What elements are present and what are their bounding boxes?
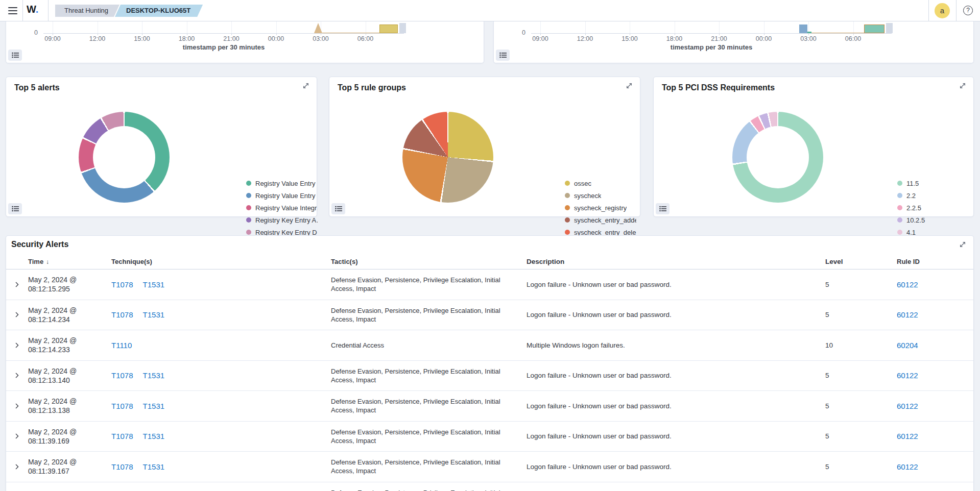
- donut-hole: [747, 126, 809, 188]
- pie-chart[interactable]: [402, 112, 493, 203]
- level-cell: 5: [821, 269, 889, 300]
- rule-id-cell: 60122: [889, 422, 973, 452]
- histogram-bar[interactable]: [807, 32, 811, 33]
- description-cell: Logon failure - Unknown user or bad pass…: [522, 269, 821, 300]
- timestamp-date: May 2, 2024 @: [28, 275, 77, 284]
- technique-link[interactable]: T1531: [143, 371, 165, 380]
- technique-link[interactable]: T1078: [111, 432, 133, 440]
- rule-id-link[interactable]: 60122: [897, 310, 918, 319]
- level-value: 5: [825, 432, 829, 440]
- rule-id-link[interactable]: 60122: [897, 280, 918, 289]
- level-cell: 5: [821, 391, 889, 421]
- legend-color-dot: [565, 217, 570, 223]
- legend-item[interactable]: Registry Key Entry A…: [246, 214, 318, 226]
- legend-list-icon[interactable]: [496, 50, 510, 61]
- expand-icon[interactable]: [302, 82, 310, 90]
- row-expand-chevron-icon[interactable]: [13, 432, 22, 441]
- rule-id-link[interactable]: 60122: [897, 432, 918, 440]
- technique-link[interactable]: T1078: [111, 280, 133, 289]
- technique-link[interactable]: T1078: [111, 371, 133, 380]
- rule-id-cell: 60122: [889, 391, 973, 421]
- row-expand-chevron-icon[interactable]: [13, 401, 22, 410]
- menu-hamburger-icon[interactable]: [6, 5, 19, 17]
- histogram-bar[interactable]: [314, 23, 322, 33]
- help-icon[interactable]: ?: [963, 6, 973, 15]
- histogram-bar[interactable]: [886, 23, 893, 33]
- x-axis-line: [531, 33, 892, 34]
- legend-item[interactable]: syscheck_registry: [565, 202, 636, 214]
- donut-chart[interactable]: [79, 112, 170, 203]
- x-axis-tick-label: 12:00: [570, 35, 601, 42]
- table-row: May 2, 2024 @Defense Evasion, Persistenc…: [6, 482, 973, 491]
- histogram-bar[interactable]: [864, 24, 885, 33]
- expand-icon[interactable]: [959, 82, 967, 90]
- expand-icon[interactable]: [959, 241, 967, 249]
- row-expand-chevron-icon[interactable]: [13, 340, 22, 350]
- breadcrumb-threat-hunting[interactable]: Threat Hunting: [55, 5, 119, 17]
- row-expand-chevron-icon[interactable]: [13, 280, 22, 289]
- legend-list-icon[interactable]: [8, 50, 22, 61]
- legend-label: Registry Key Entry A…: [255, 216, 318, 224]
- expand-cell: [6, 482, 28, 491]
- legend-item[interactable]: 10.2.5: [897, 214, 925, 226]
- histogram-bar[interactable]: [399, 23, 406, 33]
- rule-id-link[interactable]: 60204: [897, 341, 918, 350]
- top-5-alerts-panel: Top 5 alertsRegistry Value Entry …Regist…: [6, 77, 317, 217]
- wazuh-logo[interactable]: W.: [27, 4, 38, 15]
- legend-color-dot: [246, 205, 251, 210]
- x-axis-line: [43, 33, 404, 34]
- rule-id-link[interactable]: 60122: [897, 371, 918, 380]
- technique-link[interactable]: T1531: [143, 402, 165, 410]
- technique-link[interactable]: T1531: [143, 432, 165, 440]
- timestamp: May 2, 2024 @08:12:14.234: [28, 306, 77, 324]
- header-time[interactable]: Time↓: [28, 254, 108, 269]
- legend-color-dot: [897, 230, 902, 235]
- row-expand-chevron-icon[interactable]: [13, 462, 22, 471]
- histogram-bar[interactable]: [799, 24, 807, 33]
- timestamp-date: May 2, 2024 @: [28, 366, 77, 376]
- legend-item[interactable]: 2.2: [897, 189, 925, 202]
- technique-link[interactable]: T1110: [111, 341, 132, 350]
- x-axis-title: timestamp per 30 minutes: [147, 43, 300, 51]
- panel-title: Top 5 rule groups: [338, 83, 406, 92]
- legend-item[interactable]: 11.5: [897, 177, 925, 189]
- row-expand-chevron-icon[interactable]: [13, 371, 22, 380]
- rule-id-link[interactable]: 60122: [897, 462, 918, 471]
- row-expand-chevron-icon[interactable]: [13, 310, 22, 320]
- breadcrumb-agent-desktop-kluo65t[interactable]: DESKTOP-KLUO65T: [115, 5, 203, 17]
- legend-item[interactable]: syscheck_entry_added: [565, 214, 636, 226]
- legend-list-icon[interactable]: [331, 203, 345, 214]
- chart-gridline: [630, 21, 630, 33]
- legend-list-icon[interactable]: [656, 203, 670, 214]
- expand-icon[interactable]: [626, 82, 634, 90]
- description-cell: Logon failure - Unknown user or bad pass…: [522, 300, 821, 330]
- technique-link[interactable]: T1078: [111, 462, 133, 471]
- legend-color-dot: [246, 217, 251, 223]
- table-row: May 2, 2024 @08:11:39.167T1078T1531Defen…: [6, 452, 973, 482]
- legend-item[interactable]: 2.2.5: [897, 202, 925, 214]
- legend-list-icon[interactable]: [8, 203, 22, 214]
- chart-legend: ossecsyschecksyscheck_registrysyscheck_e…: [565, 177, 636, 238]
- legend-label: Registry Value Integr…: [255, 204, 318, 212]
- donut-chart[interactable]: [732, 112, 823, 203]
- timestamp-time: 08:12:13.140: [28, 376, 77, 385]
- rule-id-link[interactable]: 60122: [897, 402, 918, 410]
- legend-item[interactable]: Registry Value Integr…: [246, 202, 318, 214]
- technique-link[interactable]: T1531: [143, 462, 165, 471]
- technique-link[interactable]: T1531: [143, 280, 165, 289]
- histogram-bar[interactable]: [379, 24, 398, 33]
- legend-item[interactable]: syscheck: [565, 189, 636, 202]
- panel-title: Top 5 PCI DSS Requirements: [662, 83, 775, 92]
- legend-item[interactable]: ossec: [565, 177, 636, 189]
- legend-item[interactable]: Registry Value Entry …: [246, 189, 318, 202]
- technique-link[interactable]: T1078: [111, 310, 133, 319]
- description-text: Logon failure - Unknown user or bad pass…: [527, 432, 672, 440]
- x-axis-tick-label: 21:00: [704, 35, 734, 42]
- technique-link[interactable]: T1078: [111, 402, 133, 410]
- technique-link[interactable]: T1531: [143, 310, 165, 319]
- description-text: Logon failure - Unknown user or bad pass…: [527, 372, 672, 379]
- legend-item[interactable]: Registry Value Entry …: [246, 177, 318, 189]
- description-cell: Logon failure - Unknown user or bad pass…: [522, 361, 821, 391]
- chart-gridline: [98, 21, 98, 33]
- user-avatar[interactable]: a: [935, 3, 950, 18]
